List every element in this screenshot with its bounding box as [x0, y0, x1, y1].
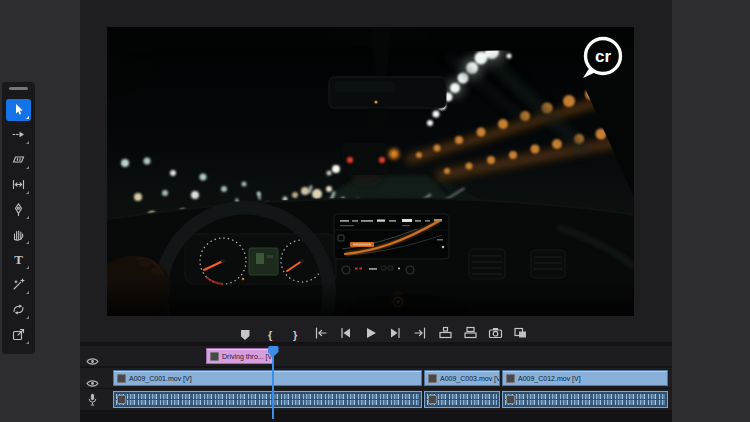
track-a1-voiceover-button[interactable]	[88, 393, 97, 411]
step-forward-icon	[388, 326, 403, 344]
razor-blade-icon	[12, 153, 25, 166]
clip-label: A009_C003.mov [V]	[440, 375, 500, 382]
step-back-icon	[338, 326, 353, 344]
audio-clip[interactable]	[502, 391, 668, 408]
mark-out-button[interactable]: }	[287, 327, 303, 343]
slip-tool[interactable]	[6, 174, 31, 196]
track-v1-visibility-toggle[interactable]	[86, 374, 99, 392]
program-monitor: cr	[107, 27, 634, 316]
play-button[interactable]	[362, 327, 378, 343]
type-tool[interactable]: T	[6, 249, 31, 271]
video-clip[interactable]: A009_C003.mov [V]	[424, 370, 500, 386]
fx-badge-icon	[117, 395, 126, 404]
mark-in-button[interactable]: {	[262, 327, 278, 343]
svg-text:cr: cr	[595, 47, 611, 66]
fx-badge-icon	[117, 374, 126, 383]
audio-clip[interactable]	[424, 391, 500, 408]
fx-badge-icon	[506, 395, 515, 404]
transport-controls: { }	[237, 326, 529, 344]
screen: T	[0, 0, 750, 422]
fx-badge-icon	[506, 374, 515, 383]
clip-label: A009_C001.mov [V]	[129, 375, 192, 382]
hand-icon	[12, 228, 25, 241]
audio-clip[interactable]	[113, 391, 422, 408]
night-driving-video-frame	[107, 27, 634, 316]
remix-tool[interactable]	[6, 274, 31, 296]
fx-badge-icon	[428, 395, 437, 404]
step-forward-button[interactable]	[387, 327, 403, 343]
transform-tool[interactable]	[6, 299, 31, 321]
playhead-line[interactable]	[272, 347, 274, 419]
waveform	[505, 400, 665, 405]
pen-nib-icon	[12, 203, 25, 216]
go-to-out-icon	[413, 326, 428, 344]
clip-label: A009_C012.mov [V]	[518, 375, 581, 382]
mark-in-icon: {	[268, 330, 272, 341]
selection-tool[interactable]	[6, 99, 31, 121]
pen-tool[interactable]	[6, 199, 31, 221]
fx-badge-icon	[428, 374, 437, 383]
go-to-in-icon	[313, 326, 328, 344]
slip-arrows-icon	[12, 178, 25, 191]
add-marker-button[interactable]	[237, 327, 253, 343]
wand-sparkle-icon	[12, 278, 25, 291]
marker-icon	[241, 330, 250, 340]
comparison-view-button[interactable]	[513, 327, 529, 343]
clip-label: Driving thro... [V]	[222, 353, 273, 360]
step-back-button[interactable]	[337, 327, 353, 343]
lift-icon	[438, 326, 453, 344]
waveform	[116, 394, 419, 399]
open-external-icon	[12, 328, 25, 341]
panel-drag-handle[interactable]	[9, 87, 28, 90]
waveform	[427, 400, 497, 405]
extract-button[interactable]	[463, 327, 479, 343]
curved-arrows-icon	[12, 303, 25, 316]
export-frame-button[interactable]	[488, 327, 504, 343]
dashed-arrow-icon	[12, 128, 25, 141]
video-track-2	[80, 346, 672, 366]
lift-button[interactable]	[438, 327, 454, 343]
play-icon	[363, 326, 378, 344]
go-to-out-button[interactable]	[413, 327, 429, 343]
track-v2-visibility-toggle[interactable]	[86, 352, 99, 370]
cursor-arrow-icon	[12, 103, 25, 116]
razor-tool[interactable]	[6, 149, 31, 171]
eye-icon	[86, 374, 99, 391]
video-clip[interactable]: A009_C012.mov [V]	[502, 370, 668, 386]
video-clip[interactable]: A009_C001.mov [V]	[113, 370, 422, 386]
waveform	[427, 394, 497, 399]
comparison-view-icon	[513, 326, 528, 344]
track-select-forward-tool[interactable]	[6, 124, 31, 146]
fx-badge-icon	[210, 352, 219, 361]
type-tool-glyph: T	[14, 253, 23, 266]
tool-list: T	[2, 97, 35, 347]
waveform	[116, 400, 419, 405]
waveform	[505, 394, 665, 399]
hand-tool[interactable]	[6, 224, 31, 246]
mark-out-icon: }	[293, 330, 297, 341]
eye-icon	[86, 352, 99, 369]
go-to-in-button[interactable]	[312, 327, 328, 343]
camera-icon	[488, 326, 503, 344]
graphic-clip[interactable]: Driving thro... [V]	[206, 348, 273, 364]
cr-watermark-logo: cr	[580, 35, 628, 83]
edit-extension-tool[interactable]	[6, 324, 31, 346]
extract-icon	[463, 326, 478, 344]
tools-panel: T	[2, 82, 35, 354]
microphone-icon	[88, 393, 97, 410]
